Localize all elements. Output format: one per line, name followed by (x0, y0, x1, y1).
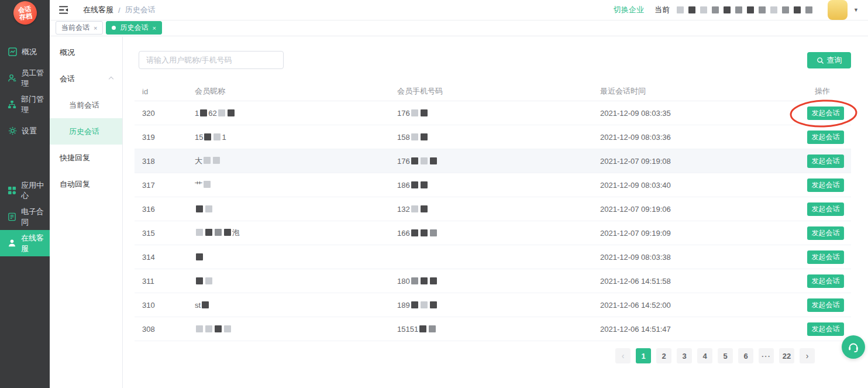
topbar: 在线客服 / 历史会话 切换企业 当前 ▼ (50, 0, 868, 20)
cell-action: 发起会话 (807, 178, 851, 192)
page-button-2[interactable]: 2 (656, 348, 671, 363)
page-button-6[interactable]: 6 (738, 348, 753, 363)
cell-id: 311 (135, 277, 187, 286)
search-icon (817, 57, 824, 64)
redacted-block (202, 301, 209, 308)
start-session-button[interactable]: 发起会话 (807, 226, 844, 240)
start-session-button[interactable]: 发起会话 (807, 322, 844, 336)
redacted-block (228, 109, 235, 116)
sidebar-item-apps[interactable]: 应用中心 (0, 177, 50, 204)
sidebar-item-department[interactable]: 部门管理 (0, 91, 50, 118)
redacted-block (213, 133, 221, 140)
start-session-button[interactable]: 发起会话 (807, 298, 844, 312)
switch-company-link[interactable]: 切换企业 (614, 5, 644, 15)
tab-历史会话[interactable]: 历史会话 × (106, 21, 161, 35)
cell-action: 发起会话 (807, 250, 851, 264)
page-button-4[interactable]: 4 (697, 348, 712, 363)
menu-item-label: 快捷回复 (60, 153, 90, 163)
breadcrumb-section[interactable]: 在线客服 (83, 5, 113, 15)
redacted-block (421, 181, 428, 188)
start-session-button[interactable]: 发起会话 (807, 154, 844, 168)
page-button-22[interactable]: 22 (779, 348, 794, 363)
department-icon (8, 100, 16, 109)
close-icon[interactable]: × (152, 25, 156, 32)
header-last-session-time: 最近会话时间 (593, 86, 807, 97)
start-session-button[interactable]: 发起会话 (807, 131, 844, 144)
redacted-block (213, 157, 220, 164)
redacted-block (196, 277, 203, 284)
tab-label: 历史会话 (120, 23, 148, 33)
chevron-up-icon[interactable] (109, 76, 113, 81)
menu-item-quick-reply[interactable]: 快捷回复 (50, 145, 122, 171)
sidebar-item-service[interactable]: 在线客服 (0, 230, 50, 256)
next-page-button[interactable]: › (800, 348, 815, 363)
sidebar-item-staff[interactable]: 员工管理 (0, 65, 50, 91)
menu-item-history-session[interactable]: 历史会话 (50, 118, 122, 145)
start-session-button[interactable]: 发起会话 (807, 107, 844, 120)
prev-page-button[interactable]: ‹ (615, 348, 631, 363)
menu-item-auto-reply[interactable]: 自动回复 (50, 171, 122, 197)
redacted-block (204, 133, 211, 140)
cell-phone: 189 (390, 301, 593, 310)
redacted-block (421, 229, 428, 236)
cell-phone: 176 (390, 109, 593, 118)
redacted-block (429, 325, 436, 332)
apps-icon (8, 186, 16, 195)
cell-id: 319 (135, 133, 187, 142)
redacted-block (700, 6, 707, 13)
search-input[interactable] (139, 51, 284, 69)
more-pages-button[interactable]: ··· (759, 348, 774, 363)
redacted-block (770, 6, 777, 13)
page-button-5[interactable]: 5 (718, 348, 733, 363)
redacted-block (196, 253, 203, 260)
page-button-1[interactable]: 1 (636, 348, 651, 363)
cell-last-session-time: 2021-12-09 08:03:36 (593, 133, 807, 142)
sidebar-item-overview[interactable]: 概况 (0, 39, 50, 65)
page-buttons: 123456···22 (636, 348, 794, 363)
menu-item-session[interactable]: 会话 (50, 66, 122, 92)
cell-phone: 132 (390, 205, 593, 214)
collapse-menu-icon[interactable] (59, 6, 69, 14)
cell-phone: 186 (390, 181, 593, 190)
sidebar-item-label: 设置 (22, 126, 37, 136)
cell-nickname (187, 253, 390, 262)
tab-当前会话[interactable]: 当前会话 × (56, 21, 103, 35)
cell-nickname (187, 277, 390, 286)
start-session-button[interactable]: 发起会话 (807, 178, 844, 192)
menu-item-label: 会话 (60, 74, 75, 84)
menu-item-current-session[interactable]: 当前会话 (50, 92, 122, 118)
sidebar-item-label: 电子合同 (21, 207, 50, 228)
cell-nickname: 大 (187, 156, 390, 166)
cell-phone: 15151 (390, 325, 593, 334)
redacted-block (430, 301, 437, 308)
query-button[interactable]: 查询 (807, 52, 851, 68)
cell-id: 318 (135, 157, 187, 166)
redacted-block (419, 325, 426, 332)
redacted-block (204, 157, 211, 164)
cell-action: 发起会话 (807, 107, 851, 120)
menu-item-overview[interactable]: 概况 (50, 39, 122, 66)
sidebar-item-settings[interactable]: 设置 (0, 118, 50, 144)
redacted-block (805, 6, 812, 13)
redacted-block (421, 301, 428, 308)
logo-line2: 存档 (19, 12, 32, 20)
redacted-block (224, 229, 231, 236)
cell-last-session-time: 2021-12-07 09:19:06 (593, 205, 807, 214)
close-icon[interactable]: × (94, 25, 97, 32)
redacted-block (421, 277, 428, 284)
redacted-block (411, 229, 418, 236)
start-session-button[interactable]: 发起会话 (807, 274, 844, 288)
chevron-down-icon[interactable]: ▼ (853, 7, 859, 13)
avatar[interactable] (828, 0, 848, 20)
start-session-button[interactable]: 发起会话 (807, 250, 844, 264)
start-session-button[interactable]: 发起会话 (807, 202, 844, 216)
page-button-3[interactable]: 3 (677, 348, 692, 363)
menu-item-label: 概况 (60, 47, 75, 58)
redacted-block (215, 325, 222, 332)
cell-id: 317 (135, 181, 187, 190)
cell-action: 发起会话 (807, 202, 851, 216)
table-body: 320 162 176 2021-12-09 08:03:35 发起会话 319… (135, 101, 851, 341)
customer-service-button[interactable] (842, 335, 865, 359)
table-row: 319 151 158 2021-12-09 08:03:36 发起会话 (135, 125, 851, 149)
sidebar-item-contract[interactable]: 电子合同 (0, 204, 50, 230)
